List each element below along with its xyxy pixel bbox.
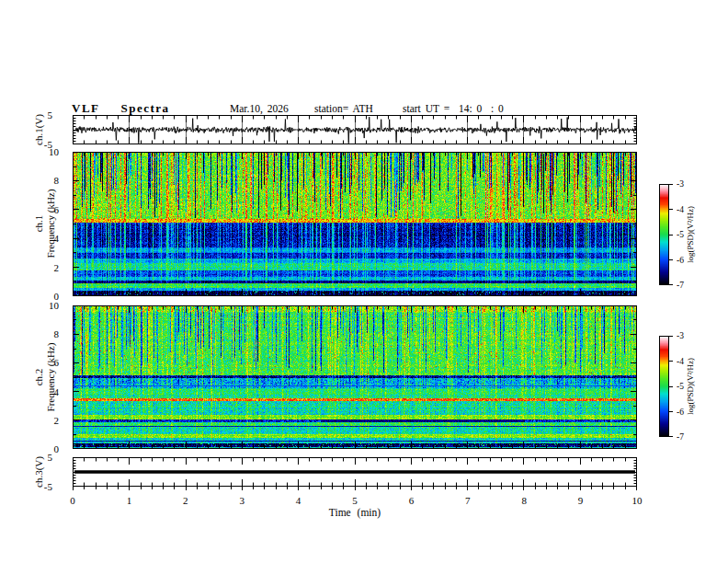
ch1-channel-label: ch.1: [33, 215, 44, 233]
ch2-channel-label: ch.2: [33, 369, 44, 386]
colorbar-tick-label: -5: [677, 382, 695, 391]
colorbar-tick-label: -6: [677, 256, 695, 265]
time-tick-label: 2: [172, 495, 199, 506]
freq-tick-label: 8: [31, 328, 59, 339]
freq-tick-label: 4: [31, 233, 59, 244]
colorbar-tick-label: -3: [677, 331, 695, 340]
date-label: Mar.10, 2026: [230, 103, 289, 114]
time-axis-title: Time (min): [290, 507, 419, 518]
freq-tick-label: 2: [31, 262, 59, 273]
ch3-waveform-panel: [73, 457, 637, 492]
time-tick-label: 8: [510, 495, 538, 506]
time-tick-label: 4: [285, 495, 313, 506]
time-tick-label: 9: [567, 495, 595, 506]
ch2-frequency-axis-label: Frequency (kHz): [45, 343, 56, 412]
ch1-frequency-axis-label: Frequency (kHz): [45, 190, 56, 259]
colorbar-ch2: [659, 336, 674, 438]
time-tick-label: 0: [59, 495, 86, 506]
freq-tick-label: 8: [31, 175, 59, 186]
time-tick-label: 10: [623, 495, 651, 506]
colorbar-tick-label: -7: [677, 281, 695, 290]
freq-tick-label: 2: [31, 415, 59, 426]
vlf-spectra-plot: VLF Spectra Mar.10, 2026 station= ATH st…: [0, 0, 728, 563]
volt-tick-label: -5: [25, 481, 52, 492]
colorbar-ch1: [659, 184, 674, 286]
colorbar-tick-label: -5: [677, 230, 695, 239]
volt-tick-label: 5: [25, 109, 52, 121]
freq-tick-label: 6: [31, 204, 59, 215]
freq-tick-label: 10: [31, 300, 59, 311]
ch1-spectrogram-panel: [73, 152, 637, 296]
freq-tick-label: 4: [31, 386, 59, 397]
station-label: station= ATH: [314, 103, 373, 114]
volt-tick-label: 5: [25, 452, 52, 463]
time-tick-label: 1: [115, 495, 142, 506]
freq-tick-label: 6: [31, 357, 59, 368]
start-ut-label: start UT = 14: 0 : 0: [403, 103, 504, 114]
colorbar-tick-label: -3: [677, 179, 695, 189]
time-tick-label: 5: [341, 495, 369, 506]
colorbar-tick-label: -6: [677, 408, 695, 417]
time-tick-label: 6: [397, 495, 425, 506]
time-tick-label: 3: [228, 495, 256, 506]
ch2-spectrogram-panel: [73, 305, 637, 449]
ch1-waveform-panel: [73, 115, 637, 144]
colorbar-tick-label: -4: [677, 357, 695, 366]
colorbar-tick-label: -7: [677, 432, 695, 442]
volt-tick-label: -5: [25, 139, 52, 150]
plot-title: VLF Spectra: [72, 101, 170, 116]
colorbar-tick-label: -4: [677, 205, 695, 214]
time-tick-label: 7: [454, 495, 482, 506]
